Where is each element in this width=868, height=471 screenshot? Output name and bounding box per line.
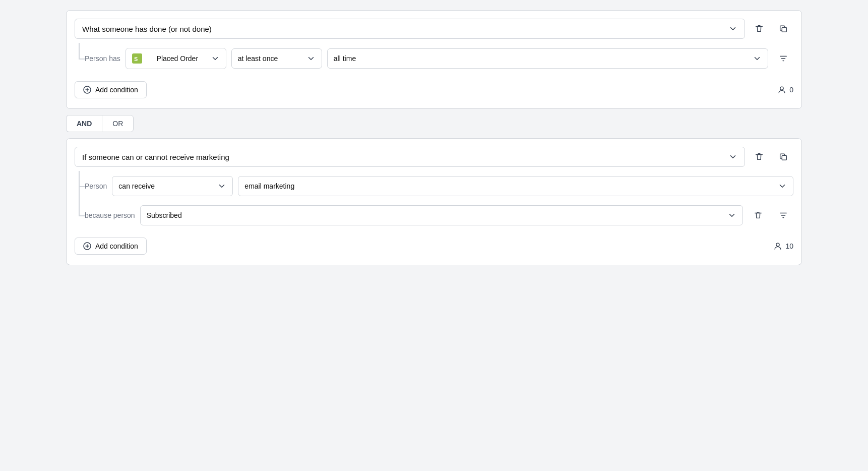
svg-text:S: S <box>134 56 138 62</box>
block1-frequency-select[interactable]: at least once <box>231 48 322 69</box>
frequency-chevron-icon <box>306 54 316 63</box>
can-receive-chevron-icon <box>217 182 226 191</box>
block1-add-condition-button[interactable]: Add condition <box>75 81 147 98</box>
copy-icon <box>779 24 788 33</box>
block1-count-value: 0 <box>789 86 793 94</box>
block2-footer: Add condition 10 <box>75 238 793 255</box>
can-receive-label: can receive <box>118 182 155 190</box>
shopify-logo-icon: S <box>132 53 142 64</box>
filter-icon <box>779 54 788 63</box>
and-button[interactable]: AND <box>66 115 102 132</box>
condition-block-2: If someone can or cannot receive marketi… <box>66 138 802 265</box>
email-marketing-label: email marketing <box>244 182 294 190</box>
svg-rect-0 <box>782 27 786 32</box>
block2-add-condition-button[interactable]: Add condition <box>75 238 147 255</box>
placed-order-chevron-icon <box>211 54 220 63</box>
frequency-label: at least once <box>238 54 278 63</box>
block1-main-select[interactable]: What someone has done (or not done) <box>75 19 745 39</box>
trash-icon-3 <box>754 211 763 220</box>
block1-add-condition-label: Add condition <box>95 86 138 94</box>
block2-person-label: Person <box>85 182 107 190</box>
time-label: all time <box>334 54 356 63</box>
block2-person-row: Person can receive email marketing <box>75 176 793 196</box>
copy-icon-2 <box>779 152 788 161</box>
block2-count-value: 10 <box>785 242 793 250</box>
block2-chevron-icon <box>728 152 737 161</box>
block2-delete-button[interactable] <box>749 147 769 167</box>
page-wrapper: What someone has done (or not done) Pers… <box>66 10 802 265</box>
svg-point-8 <box>776 243 779 246</box>
block2-can-receive-select[interactable]: can receive <box>112 176 233 196</box>
block2-because-person-label: because person <box>85 211 135 219</box>
block1-placed-order-select[interactable]: S Placed Order <box>126 48 226 69</box>
block2-because-row: because person Subscribed <box>75 205 793 225</box>
svg-point-5 <box>780 87 783 90</box>
block2-header: If someone can or cannot receive marketi… <box>75 147 793 167</box>
svg-rect-6 <box>782 155 786 160</box>
user-icon-2 <box>773 242 782 251</box>
time-chevron-icon <box>753 54 762 63</box>
block2-main-select-label: If someone can or cannot receive marketi… <box>82 153 229 161</box>
plus-circle-icon-2 <box>83 242 91 250</box>
block1-main-select-label: What someone has done (or not done) <box>82 25 212 33</box>
block1-chevron-icon <box>728 24 737 33</box>
placed-order-label: Placed Order <box>157 54 198 63</box>
block1-person-row: Person has S Placed Order at least once … <box>75 48 793 69</box>
block1-delete-button[interactable] <box>749 19 769 39</box>
block1-time-select[interactable]: all time <box>327 48 768 69</box>
block2-subscribed-delete-button[interactable] <box>748 205 768 225</box>
trash-icon-2 <box>755 152 764 161</box>
block1-copy-button[interactable] <box>773 19 793 39</box>
block1-user-count: 0 <box>777 85 793 94</box>
block1-footer: Add condition 0 <box>75 81 793 98</box>
block2-main-select[interactable]: If someone can or cannot receive marketi… <box>75 147 745 167</box>
filter-icon-2 <box>779 211 788 220</box>
block2-copy-button[interactable] <box>773 147 793 167</box>
logic-operator-buttons: AND OR <box>66 115 802 132</box>
block2-subscribed-filter-button[interactable] <box>773 205 793 225</box>
trash-icon <box>755 24 764 33</box>
block2-subscribed-select[interactable]: Subscribed <box>140 205 743 225</box>
plus-circle-icon <box>83 86 91 94</box>
email-marketing-chevron-icon <box>778 182 787 191</box>
subscribed-label: Subscribed <box>147 211 182 219</box>
block1-header: What someone has done (or not done) <box>75 19 793 39</box>
block1-person-has-label: Person has <box>85 54 120 63</box>
block2-add-condition-label: Add condition <box>95 242 138 250</box>
block2-email-marketing-select[interactable]: email marketing <box>238 176 793 196</box>
subscribed-chevron-icon <box>727 211 736 220</box>
or-button[interactable]: OR <box>102 115 134 132</box>
condition-block-1: What someone has done (or not done) Pers… <box>66 10 802 109</box>
user-icon <box>777 85 786 94</box>
block1-filter-button[interactable] <box>773 48 793 69</box>
block2-user-count: 10 <box>773 242 793 251</box>
